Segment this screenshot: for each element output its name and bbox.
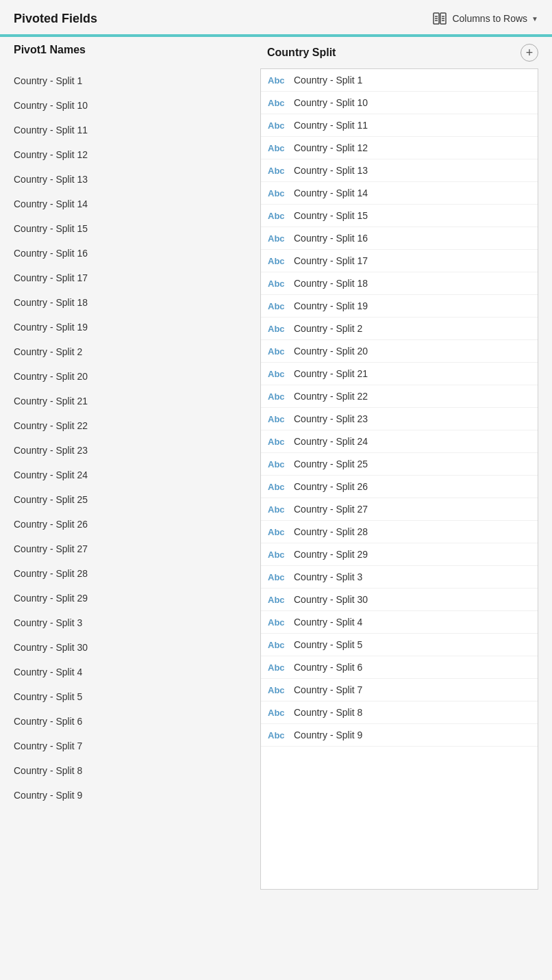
right-item-text: Country - Split 4 <box>294 617 362 628</box>
abc-badge: Abc <box>268 143 287 153</box>
abc-badge: Abc <box>268 730 287 740</box>
list-item: Country - Split 2 <box>14 339 247 364</box>
right-item-text: Country - Split 29 <box>294 549 368 560</box>
list-item: AbcCountry - Split 23 <box>261 408 538 430</box>
list-item: Country - Split 11 <box>14 118 247 142</box>
right-item-text: Country - Split 11 <box>294 120 368 131</box>
list-item: AbcCountry - Split 13 <box>261 159 538 182</box>
list-item: AbcCountry - Split 11 <box>261 114 538 137</box>
list-item: AbcCountry - Split 28 <box>261 521 538 543</box>
list-item: AbcCountry - Split 8 <box>261 701 538 724</box>
pivot1-names-header: Pivot1 Names <box>14 37 247 68</box>
right-item-text: Country - Split 13 <box>294 165 368 176</box>
abc-badge: Abc <box>268 685 287 695</box>
abc-badge: Abc <box>268 414 287 424</box>
abc-badge: Abc <box>268 324 287 334</box>
list-item: Country - Split 28 <box>14 561 247 586</box>
abc-badge: Abc <box>268 120 287 131</box>
columns-to-rows-button[interactable]: Columns to Rows ▼ <box>433 11 538 26</box>
list-item: Country - Split 25 <box>14 487 247 512</box>
abc-badge: Abc <box>268 550 287 560</box>
right-item-text: Country - Split 27 <box>294 504 368 515</box>
list-item: AbcCountry - Split 12 <box>261 137 538 159</box>
list-item: Country - Split 21 <box>14 389 247 413</box>
list-item: AbcCountry - Split 20 <box>261 340 538 363</box>
list-item: AbcCountry - Split 26 <box>261 476 538 498</box>
right-item-text: Country - Split 15 <box>294 210 368 221</box>
abc-badge: Abc <box>268 391 287 402</box>
list-item: AbcCountry - Split 6 <box>261 656 538 679</box>
right-item-text: Country - Split 17 <box>294 255 368 266</box>
right-item-text: Country - Split 22 <box>294 391 368 402</box>
abc-badge: Abc <box>268 346 287 357</box>
country-split-header-label: Country Split <box>267 47 336 59</box>
list-item: AbcCountry - Split 5 <box>261 634 538 656</box>
list-item: Country - Split 30 <box>14 635 247 660</box>
list-item: AbcCountry - Split 18 <box>261 272 538 295</box>
right-item-text: Country - Split 28 <box>294 526 368 537</box>
abc-badge: Abc <box>268 369 287 379</box>
abc-badge: Abc <box>268 256 287 266</box>
list-item: Country - Split 27 <box>14 537 247 561</box>
country-split-panel[interactable]: AbcCountry - Split 1AbcCountry - Split 1… <box>260 68 538 890</box>
list-item: Country - Split 5 <box>14 684 247 709</box>
right-item-text: Country - Split 24 <box>294 436 368 447</box>
list-item: AbcCountry - Split 16 <box>261 227 538 250</box>
right-item-text: Country - Split 2 <box>294 323 362 334</box>
list-item: AbcCountry - Split 27 <box>261 498 538 521</box>
abc-badge: Abc <box>268 617 287 628</box>
list-item: AbcCountry - Split 29 <box>261 543 538 566</box>
list-item: Country - Split 22 <box>14 413 247 438</box>
right-item-text: Country - Split 25 <box>294 459 368 469</box>
pivot1-names-list[interactable]: Country - Split 1Country - Split 10Count… <box>14 68 247 890</box>
right-item-text: Country - Split 14 <box>294 188 368 198</box>
abc-badge: Abc <box>268 527 287 537</box>
abc-badge: Abc <box>268 301 287 311</box>
list-item: Country - Split 8 <box>14 758 247 783</box>
abc-badge: Abc <box>268 233 287 244</box>
dropdown-chevron-icon: ▼ <box>531 15 538 23</box>
columns-to-rows-icon <box>433 11 448 26</box>
right-item-text: Country - Split 7 <box>294 684 362 695</box>
list-item: Country - Split 23 <box>14 438 247 463</box>
right-item-text: Country - Split 10 <box>294 97 368 108</box>
list-item: AbcCountry - Split 22 <box>261 385 538 408</box>
abc-badge: Abc <box>268 572 287 582</box>
abc-badge: Abc <box>268 188 287 198</box>
list-item: Country - Split 24 <box>14 463 247 487</box>
right-item-text: Country - Split 19 <box>294 300 368 311</box>
country-split-header: Country Split + <box>260 37 538 68</box>
abc-badge: Abc <box>268 437 287 447</box>
right-item-text: Country - Split 5 <box>294 639 362 650</box>
right-item-text: Country - Split 1 <box>294 75 362 86</box>
page-container: Pivoted Fields Columns to Rows ▼ Pivot1 … <box>0 0 552 980</box>
list-item: Country - Split 19 <box>14 315 247 339</box>
right-item-text: Country - Split 12 <box>294 142 368 153</box>
list-item: Country - Split 1 <box>14 68 247 93</box>
list-item: Country - Split 7 <box>14 734 247 758</box>
list-item: AbcCountry - Split 24 <box>261 430 538 453</box>
abc-badge: Abc <box>268 662 287 673</box>
list-item: Country - Split 17 <box>14 266 247 290</box>
right-list-inner: AbcCountry - Split 1AbcCountry - Split 1… <box>261 69 538 747</box>
lists-container: Country - Split 1Country - Split 10Count… <box>0 68 552 980</box>
right-item-text: Country - Split 3 <box>294 571 362 582</box>
list-item: AbcCountry - Split 2 <box>261 318 538 340</box>
abc-badge: Abc <box>268 708 287 718</box>
abc-badge: Abc <box>268 98 287 108</box>
list-item: Country - Split 10 <box>14 93 247 118</box>
list-item: Country - Split 18 <box>14 290 247 315</box>
right-item-text: Country - Split 23 <box>294 413 368 424</box>
right-item-text: Country - Split 9 <box>294 730 362 740</box>
abc-badge: Abc <box>268 75 287 86</box>
list-item: Country - Split 12 <box>14 142 247 167</box>
list-item: AbcCountry - Split 15 <box>261 205 538 227</box>
right-item-text: Country - Split 8 <box>294 707 362 718</box>
add-column-button[interactable]: + <box>520 44 538 62</box>
right-item-text: Country - Split 18 <box>294 278 368 289</box>
list-item: AbcCountry - Split 3 <box>261 566 538 589</box>
list-item: AbcCountry - Split 1 <box>261 69 538 92</box>
list-item: AbcCountry - Split 21 <box>261 363 538 385</box>
abc-badge: Abc <box>268 166 287 176</box>
right-item-text: Country - Split 20 <box>294 346 368 357</box>
